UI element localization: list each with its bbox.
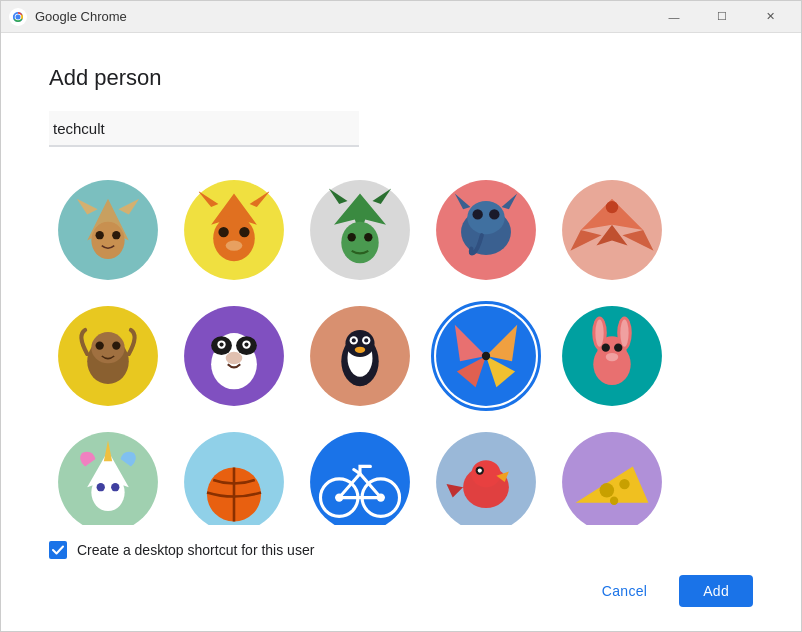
checkbox-row: Create a desktop shortcut for this user — [49, 541, 753, 559]
svg-point-23 — [341, 222, 378, 264]
maximize-button[interactable]: ☐ — [699, 1, 745, 33]
svg-point-52 — [244, 342, 248, 346]
avatar-item-rabbit[interactable] — [557, 301, 667, 411]
chrome-logo-icon — [9, 8, 27, 26]
svg-point-8 — [91, 222, 124, 259]
svg-point-51 — [219, 342, 223, 346]
svg-point-16 — [218, 227, 228, 237]
titlebar-title: Google Chrome — [35, 9, 651, 24]
svg-point-15 — [213, 215, 255, 261]
avatar-area — [49, 167, 753, 525]
svg-point-57 — [345, 330, 374, 357]
avatar-scroll-container[interactable] — [49, 167, 753, 525]
svg-point-53 — [226, 352, 243, 364]
avatar-item-fox[interactable] — [179, 175, 289, 285]
desktop-shortcut-checkbox[interactable] — [49, 541, 67, 559]
svg-point-24 — [348, 233, 356, 241]
checkbox-label: Create a desktop shortcut for this user — [77, 542, 314, 558]
avatar-item-crane[interactable] — [557, 175, 667, 285]
name-input[interactable] — [49, 111, 359, 147]
svg-point-61 — [364, 338, 368, 342]
avatar-item-basketball[interactable] — [179, 427, 289, 525]
svg-point-82 — [91, 474, 124, 511]
svg-point-28 — [467, 201, 504, 234]
svg-point-62 — [355, 347, 365, 353]
avatar-item-penguin[interactable] — [305, 301, 415, 411]
svg-point-42 — [96, 341, 104, 349]
avatar-item-elephant[interactable] — [431, 175, 541, 285]
svg-point-102 — [600, 483, 615, 498]
svg-point-17 — [239, 227, 249, 237]
svg-point-95 — [471, 460, 500, 487]
svg-point-104 — [610, 497, 618, 505]
svg-point-10 — [112, 231, 120, 239]
svg-point-78 — [606, 353, 618, 361]
avatar-grid — [49, 167, 749, 525]
avatar-item-butterfly[interactable] — [431, 301, 541, 411]
svg-point-100 — [562, 432, 662, 525]
page-title: Add person — [49, 65, 753, 91]
svg-point-97 — [478, 468, 482, 472]
svg-point-84 — [111, 483, 119, 491]
svg-point-9 — [96, 231, 104, 239]
svg-point-43 — [112, 341, 120, 349]
titlebar: Google Chrome — ☐ ✕ — [1, 1, 801, 33]
avatar-item-cat[interactable] — [53, 175, 163, 285]
svg-point-18 — [226, 240, 243, 250]
svg-point-77 — [614, 344, 622, 352]
minimize-button[interactable]: — — [651, 1, 697, 33]
svg-point-25 — [364, 233, 372, 241]
add-button[interactable]: Add — [679, 575, 753, 607]
avatar-item-cheese[interactable] — [557, 427, 667, 525]
svg-point-30 — [489, 209, 499, 219]
avatar-item-bird[interactable] — [431, 427, 541, 525]
svg-point-83 — [97, 483, 105, 491]
svg-point-68 — [482, 352, 490, 360]
svg-point-60 — [352, 338, 356, 342]
avatar-item-dragon[interactable] — [305, 175, 415, 285]
avatar-item-panda[interactable] — [179, 301, 289, 411]
cancel-button[interactable]: Cancel — [578, 575, 671, 607]
avatar-item-sloth[interactable] — [53, 301, 163, 411]
checkmark-icon — [52, 545, 64, 555]
svg-point-29 — [472, 209, 482, 219]
footer-buttons: Cancel Add — [49, 575, 753, 607]
svg-point-38 — [606, 201, 618, 213]
titlebar-controls: — ☐ ✕ — [651, 1, 793, 33]
svg-point-3 — [15, 14, 20, 19]
svg-point-103 — [619, 479, 629, 489]
avatar-item-bicycle[interactable] — [305, 427, 415, 525]
svg-point-74 — [595, 320, 603, 347]
close-button[interactable]: ✕ — [747, 1, 793, 33]
avatar-item-unicorn[interactable] — [53, 427, 163, 525]
svg-point-76 — [602, 344, 610, 352]
svg-point-75 — [620, 320, 628, 347]
main-content: Add person Create a desktop shortcut for… — [1, 33, 801, 631]
